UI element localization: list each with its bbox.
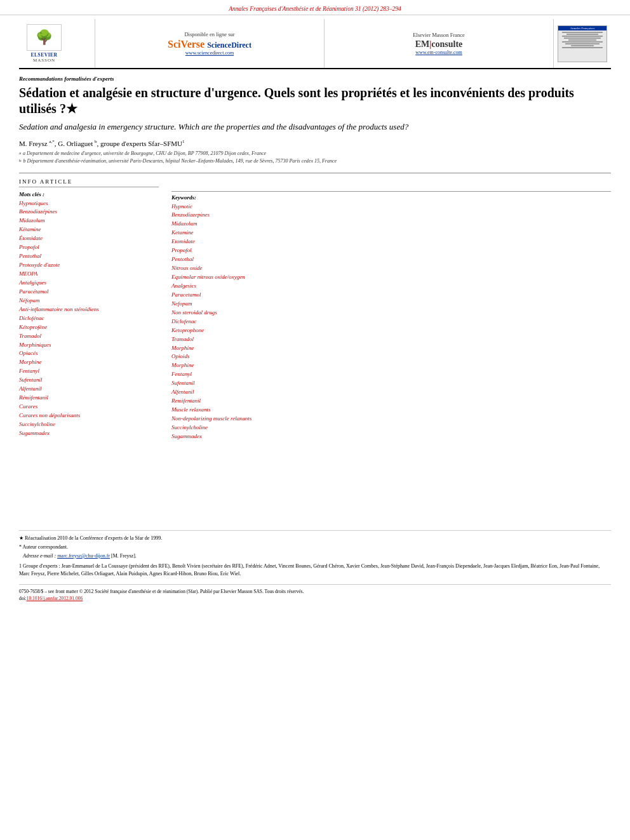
keyword-en-item: Fentanyl [171,370,611,379]
keyword-fr-item: Néfopam [19,297,159,305]
keyword-fr-item: Sufentanil [19,376,159,385]
elsevier-masson-label: Elsevier Masson France [413,32,465,38]
keyword-en-item: Ketoprophone [171,326,611,335]
footnote-asterisk-text: * Auteur correspondant. [19,544,68,550]
keyword-en-item: Sugammadex [171,432,611,441]
keyword-en-item: Nitrous oxide [171,264,611,273]
keyword-en-item: Hypnotic [171,203,611,211]
keyword-en-item: Benzodiazepines [171,211,611,220]
keyword-en-item: Alfentanil [171,388,611,397]
keyword-en-item: Succinylcholine [171,423,611,432]
doi-link[interactable]: 10.1016/j.annfar.2012.01.006 [27,596,83,601]
footnotes-area: ★ Réactualisation 2010 de la Conférence … [19,530,611,578]
keyword-en-item: Etomidate [171,237,611,246]
keyword-en-item: Muscle relaxants [171,406,611,415]
info-article-section: INFO ARTICLE Mots clés : HypnotiquesBenz… [19,178,611,441]
blank-space [19,441,611,517]
keyword-en-item: Diclofenac [171,317,611,326]
email-label: Adresse e-mail : [19,553,57,559]
keyword-fr-item: Protoxyde d'azote [19,261,159,270]
em-logo: EM|consulte [415,39,463,50]
footnote-star: ★ Réactualisation 2010 de la Conférence … [19,535,611,542]
keyword-fr-item: Fentanyl [19,367,159,376]
doi-label: doi: [19,596,27,601]
keywords-en-list: HypnoticBenzodiazepinesMidazolamKetamine… [171,203,611,441]
keyword-fr-item: Paracétamol [19,288,159,297]
email-link[interactable]: marc.freysz@chu-dijon.fr [57,553,110,559]
sciencedirect-logo: ScienceDirect [207,41,251,50]
footnote-asterisk: * Auteur correspondant. [19,543,611,551]
publisher-row: 🌳 ELSEVIER MASSON Disponible en ligne su… [19,19,611,69]
keywords-fr-header: Mots clés : [19,191,159,197]
journal-title[interactable]: Annales Françaises d'Anesthésie et de Ré… [229,6,401,12]
journal-header: Annales Françaises d'Anesthésie et de Ré… [0,0,630,15]
keyword-fr-item: Midazolam [19,217,159,225]
affil-a-line: a a Departement de medecine d'urgence, u… [19,150,611,157]
keyword-fr-item: Pentothal [19,252,159,261]
sciverse-url[interactable]: www.sciencedirect.com [185,50,234,56]
keyword-en-item: Morphine [171,361,611,370]
keyword-fr-item: MEOPA [19,270,159,279]
article-title-en: Sedation and analgesia in emergency stru… [19,122,611,133]
keyword-fr-item: Rémifentanil [19,394,159,403]
keyword-fr-item: Succinylcholine [19,420,159,429]
keyword-en-item: Equimolar nitrous oxide/oxygen [171,273,611,282]
keyword-fr-item: Benzodiazépines [19,208,159,217]
sciverse-block: Disponible en ligne sur SciVerse Science… [95,19,325,68]
info-left-panel: INFO ARTICLE Mots clés : HypnotiquesBenz… [19,178,159,441]
email-name: [M. Freysz]. [111,553,137,559]
main-divider [19,173,611,173]
article-title-fr: Sédation et analgésie en structure d'urg… [19,85,611,117]
affil-a-text: a Departement de medecine d'urgence, uni… [23,150,266,157]
keyword-fr-item: Curares [19,403,159,411]
keyword-fr-item: Morphine [19,358,159,367]
keyword-en-item: Propofol [171,246,611,255]
keyword-fr-item: Propofol [19,243,159,252]
page: Annales Françaises d'Anesthésie et de Ré… [0,0,630,840]
affil-a-sup: a [19,150,21,157]
keyword-fr-item: Tramadol [19,332,159,341]
keyword-en-item: Pentothal [171,255,611,264]
keyword-en-item: Opioids [171,352,611,361]
bottom-bar: 0750-7658/$ – see front matter © 2012 So… [19,584,611,603]
author-sep: , G. Orliaguet [55,140,95,147]
footnote-email-line: Adresse e-mail : marc.freysz@chu-dijon.f… [19,552,611,560]
footnote-star-text: ★ Réactualisation 2010 de la Conférence … [19,535,162,541]
affil-b-text: b Département d'anesthésie-réanimation, … [23,157,337,165]
keyword-fr-item: Sugammadex [19,429,159,438]
keyword-fr-item: Antalgiques [19,279,159,288]
masson-name: MASSON [33,58,55,63]
em-url[interactable]: www.em-consulte.com [415,50,462,55]
info-article-label: INFO ARTICLE [19,178,159,187]
group-sup: 1 [182,139,185,144]
keyword-en-item: Tramadol [171,335,611,344]
elsevier-name: ELSEVIER [31,52,58,58]
affil-b-sup: b [19,157,22,164]
keyword-fr-item: Anti-inflammatoire non stéroïdiens [19,305,159,314]
keyword-en-item: Paracetamol [171,291,611,300]
keywords-en-header: Keywords: [171,194,611,201]
affiliations: a a Departement de medecine d'urgence, u… [19,150,611,165]
author-freysz: M. Freysz [19,140,49,147]
keyword-en-item: Ketamine [171,229,611,237]
elsevier-logo-image: 🌳 [27,24,62,51]
keyword-fr-item: Hypnotiques [19,199,159,208]
keyword-en-item: Sufentanil [171,379,611,388]
emconsulte-block: Elsevier Masson France EM|consulte www.e… [325,19,554,68]
elsevier-logo-block: 🌳 ELSEVIER MASSON [19,19,95,68]
keyword-en-item: Non steroidal drugs [171,309,611,317]
authors: M. Freysz a,*, G. Orliaguet b, groupe d'… [19,139,611,147]
keyword-en-item: Morphine [171,344,611,353]
sciverse-logo: SciVerse [168,39,207,50]
keyword-en-item: Remifentanil [171,397,611,406]
footnote-group: 1 Groupe d'experts : Jean-Emmanuel de La… [19,563,611,578]
available-text: Disponible en ligne sur [184,31,234,37]
keyword-fr-item: Étomidate [19,234,159,243]
issn-text: 0750-7658/$ – see front matter © 2012 So… [19,589,304,594]
keyword-fr-item: Morphiniques [19,341,159,350]
keyword-fr-item: Curares non dépolarisants [19,411,159,420]
affil-sup-a: a,* [49,139,54,144]
keyword-fr-item: Kétoprofène [19,323,159,332]
keyword-fr-item: Diclofénac [19,314,159,323]
keyword-en-item: Analgesics [171,282,611,291]
